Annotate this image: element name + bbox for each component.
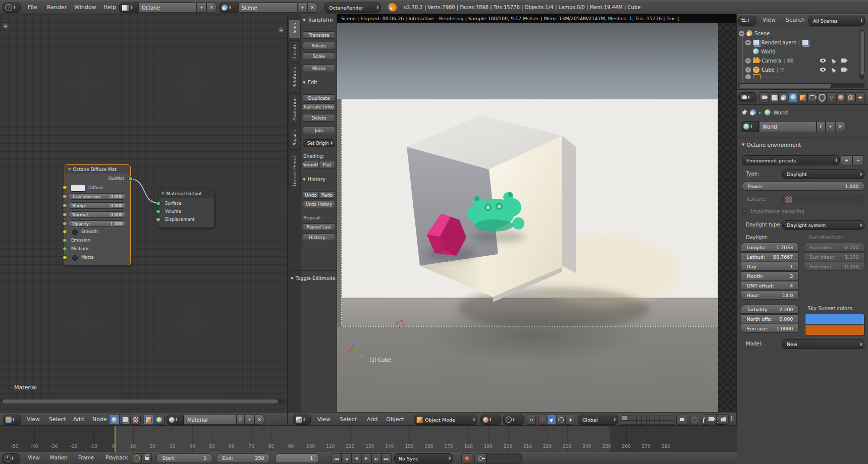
selectability-cursor-icon[interactable] bbox=[830, 67, 836, 73]
smooth-socket[interactable] bbox=[63, 229, 67, 234]
texture-nodes-tab[interactable] bbox=[130, 415, 141, 425]
menu-file[interactable]: File bbox=[23, 4, 41, 11]
scene-name[interactable]: Scene bbox=[238, 3, 298, 13]
node-header[interactable]: ▼ Material Output bbox=[158, 189, 214, 198]
render-engine-selector[interactable]: OctaneRender bbox=[324, 3, 381, 13]
camera-row-toggles[interactable] bbox=[820, 56, 846, 65]
tree-expand-icon[interactable]: + bbox=[745, 40, 751, 45]
compositing-nodes-tab[interactable] bbox=[120, 415, 130, 425]
renderability-camera-icon[interactable] bbox=[841, 59, 846, 63]
smooth-toggle[interactable] bbox=[72, 229, 78, 235]
normal-socket[interactable] bbox=[63, 212, 67, 217]
outmat-socket[interactable] bbox=[128, 177, 133, 181]
pivot-point-selector[interactable] bbox=[503, 415, 524, 425]
viewport-shading-selector[interactable] bbox=[480, 415, 501, 425]
tab-object[interactable] bbox=[798, 92, 807, 102]
matte-toggle[interactable] bbox=[72, 255, 78, 261]
scene-add-button[interactable]: + bbox=[298, 3, 307, 13]
layer-buttons-group-2[interactable] bbox=[649, 416, 674, 425]
jump-prev-keyframe-button[interactable]: |◀ bbox=[341, 453, 351, 463]
transmission-socket[interactable] bbox=[63, 194, 67, 199]
volume-socket[interactable] bbox=[156, 209, 160, 214]
manipulator-axes-icon[interactable] bbox=[538, 415, 547, 425]
proportional-edit-icon[interactable] bbox=[689, 415, 699, 425]
timeline-type-selector[interactable] bbox=[2, 453, 20, 463]
day-field[interactable]: Day:1 bbox=[741, 262, 799, 271]
bump-socket[interactable] bbox=[63, 203, 67, 208]
join-button[interactable]: Join bbox=[303, 127, 335, 134]
panel-header-edit[interactable]: ▼Edit bbox=[303, 80, 317, 85]
duplicate-button[interactable]: Duplicate bbox=[303, 94, 335, 102]
visibility-eye-icon[interactable] bbox=[820, 59, 826, 63]
screen-layout-delete-button[interactable]: ✕ bbox=[206, 3, 216, 13]
fake-user-button[interactable]: F bbox=[817, 121, 826, 132]
transform-orientation-selector[interactable]: Global bbox=[578, 415, 618, 425]
tab-material[interactable] bbox=[836, 92, 846, 102]
viewport-canvas[interactable]: Scene | Elapsed: 00:06.26 | Interactive … bbox=[337, 14, 737, 413]
world-add-button[interactable]: + bbox=[826, 121, 835, 132]
menu-help[interactable]: Help bbox=[99, 4, 121, 11]
pin-icon[interactable] bbox=[741, 109, 748, 116]
tab-grease-pencil[interactable]: Grease Pencil bbox=[288, 152, 301, 190]
outliner-view-menu[interactable]: View bbox=[758, 17, 780, 23]
scale-manipulator-button[interactable]: ◥ bbox=[565, 415, 574, 425]
opacity-field[interactable]: Opacity:1.000 bbox=[69, 220, 126, 227]
selectability-cursor-icon[interactable] bbox=[830, 57, 836, 64]
preset-add-button[interactable]: + bbox=[841, 155, 852, 165]
tab-object-data[interactable]: ▽ bbox=[827, 92, 836, 102]
screen-layout-add-button[interactable]: + bbox=[197, 3, 206, 13]
object-shader-tab[interactable] bbox=[143, 415, 154, 425]
mirror-button[interactable]: Mirror bbox=[303, 65, 335, 72]
importance-sampling-checkbox[interactable]: ✓ bbox=[742, 209, 747, 214]
fake-user-button[interactable]: F bbox=[236, 415, 245, 425]
sunset-color-swatch[interactable] bbox=[805, 325, 864, 335]
material-add-button[interactable]: + bbox=[245, 415, 254, 425]
add-menu[interactable]: Add bbox=[362, 416, 382, 423]
scene-selector[interactable] bbox=[219, 3, 238, 13]
cube-row-toggles[interactable] bbox=[820, 65, 846, 74]
shade-smooth-button[interactable]: Smooth bbox=[303, 161, 319, 168]
outliner-vscrollbar[interactable] bbox=[859, 29, 864, 80]
shader-nodes-tab[interactable] bbox=[109, 415, 120, 425]
node-menu-select[interactable]: Select bbox=[44, 416, 71, 423]
displacement-socket[interactable] bbox=[156, 217, 160, 222]
gmt-offset-field[interactable]: GMT offset:4 bbox=[741, 281, 799, 290]
timeline-marker-menu[interactable]: Marker bbox=[45, 455, 72, 460]
node-editor-canvas[interactable]: + + ▼ Octane Diffuse Mat OutMat Diffuse … bbox=[0, 14, 288, 413]
panel-header-history[interactable]: ▼History bbox=[303, 177, 326, 182]
timeline-playback-menu[interactable]: Playback bbox=[101, 455, 133, 460]
tab-modifiers[interactable] bbox=[817, 92, 827, 102]
opengl-render-icon[interactable] bbox=[706, 414, 717, 424]
month-field[interactable]: Month:3 bbox=[741, 271, 799, 280]
tab-render-layers[interactable] bbox=[769, 92, 779, 102]
translate-manipulator-button[interactable]: ▲ bbox=[547, 415, 556, 425]
node-menu-add[interactable]: Add bbox=[69, 416, 88, 423]
preset-remove-button[interactable]: − bbox=[852, 155, 864, 165]
environment-presets-menu[interactable]: Environment presets bbox=[742, 155, 840, 165]
diffuse-socket[interactable] bbox=[63, 185, 67, 190]
tab-create[interactable]: Create bbox=[288, 40, 301, 62]
sun-size-field[interactable]: Sun size:1.0000 bbox=[741, 324, 799, 333]
node-menu-view[interactable]: View bbox=[22, 416, 44, 423]
rotate-button[interactable]: Rotate bbox=[303, 42, 335, 49]
outliner-row-renderlayers[interactable]: + RenderLayers | bbox=[745, 38, 808, 47]
world-unlink-button[interactable]: ✕ bbox=[835, 121, 845, 132]
frame-end-field[interactable]: End:250 bbox=[216, 453, 270, 463]
scene-delete-button[interactable]: ✕ bbox=[307, 3, 317, 13]
daylight-type-selector[interactable]: Daylight system bbox=[782, 220, 864, 230]
current-frame-field[interactable]: 1 bbox=[275, 453, 319, 463]
outliner-row-cube[interactable]: + ▽ Cube | ▽ bbox=[745, 65, 784, 74]
repeat-last-button[interactable]: Repeat Last bbox=[303, 223, 335, 231]
tab-particles[interactable]: ✚ bbox=[855, 92, 865, 102]
delete-button[interactable]: Delete bbox=[303, 114, 335, 122]
daylight-model-selector[interactable]: New bbox=[782, 339, 864, 349]
translate-button[interactable]: Translate bbox=[303, 31, 335, 39]
sky-color-swatch[interactable] bbox=[805, 314, 864, 324]
texture-field[interactable] bbox=[782, 195, 864, 204]
play-button[interactable]: ▶ bbox=[361, 453, 371, 463]
longitude-field[interactable]: Longitu:-1.7033 bbox=[741, 243, 799, 252]
play-reverse-button[interactable]: ◀ bbox=[351, 453, 361, 463]
outliner-row-partial[interactable] bbox=[745, 74, 778, 79]
outliner-search-menu[interactable]: Search bbox=[781, 17, 809, 23]
layer-buttons-group-1[interactable] bbox=[622, 416, 647, 425]
